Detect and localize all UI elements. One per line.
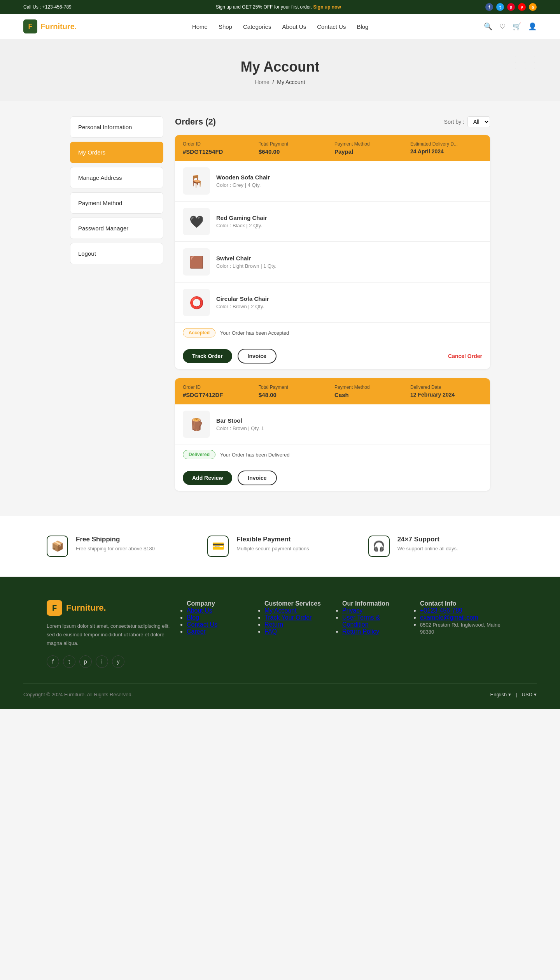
- footer-contact-link[interactable]: Contact Us: [187, 621, 217, 628]
- footer-about-link[interactable]: About Us: [187, 607, 212, 614]
- currency-select[interactable]: USD ▾: [522, 692, 537, 697]
- page-hero: · · · · ·· · · · ·· · · · ·· · · · ·· · …: [0, 39, 560, 101]
- shipping-icon: 📦: [47, 536, 68, 557]
- item-info-swivel-chair: Swivel Chair Color : Light Brown | 1 Qty…: [216, 255, 482, 269]
- order-status-row-2: Delivered Your Order has been Delivered: [175, 444, 490, 465]
- footer-desc: Lorem ipsum dolor sit amet, consectetur …: [47, 622, 171, 648]
- footer-blog-link[interactable]: Blog: [187, 614, 199, 621]
- sort-select[interactable]: All: [467, 116, 490, 127]
- user-icon[interactable]: 👤: [528, 22, 537, 31]
- nav-blog[interactable]: Blog: [357, 23, 368, 30]
- page-title: My Account: [23, 59, 537, 75]
- status-badge-accepted: Accepted: [183, 328, 215, 337]
- footer-company-col: Company About Us Blog Contact Us Career: [187, 600, 249, 668]
- header-icons: 🔍 ♡ 🛒 👤: [484, 22, 537, 31]
- facebook-icon-top[interactable]: f: [485, 3, 493, 11]
- invoice-button-1[interactable]: Invoice: [238, 349, 276, 364]
- sidebar: Personal Information My Orders Manage Ad…: [70, 116, 163, 500]
- cart-icon[interactable]: 🛒: [513, 22, 521, 31]
- support-icon: 🎧: [368, 536, 390, 557]
- sidebar-item-manage-address[interactable]: Manage Address: [70, 167, 163, 188]
- footer-track-order-link[interactable]: Track Your Order: [264, 614, 312, 621]
- feature-payment-info: Flexible Payment Multiple secure payment…: [236, 536, 309, 551]
- item-info-circular-sofa: Circular Sofa Chair Color : Brown | 2 Qt…: [216, 295, 482, 309]
- order-actions-1: Track Order Invoice Cancel Order: [175, 343, 490, 369]
- order-item-gaming-chair: 🖤 Red Gaming Chair Color : Black | 2 Qty…: [175, 202, 490, 242]
- footer-phone[interactable]: +0123-456-789: [420, 607, 462, 614]
- cancel-order-button[interactable]: Cancel Order: [448, 353, 482, 359]
- nav-home[interactable]: Home: [192, 23, 208, 30]
- footer-facebook-icon[interactable]: f: [47, 655, 59, 668]
- signup-link[interactable]: Sign up now: [313, 4, 341, 10]
- item-info-bar-stool: Bar Stool Color : Brown | Qty. 1: [216, 417, 482, 431]
- breadcrumb-home[interactable]: Home: [255, 79, 269, 85]
- orders-section: Orders (2) Sort by : All Order ID #SDGT1…: [175, 116, 490, 500]
- order-item-circular-sofa: ⭕ Circular Sofa Chair Color : Brown | 2 …: [175, 283, 490, 323]
- footer-youtube-icon[interactable]: y: [112, 655, 124, 668]
- footer-social-icons: f t p i y: [47, 655, 171, 668]
- item-image-gaming-chair: 🖤: [183, 208, 210, 235]
- footer-instagram-icon[interactable]: i: [96, 655, 108, 668]
- order-id-col-2: Order ID #SDGT7412DF: [183, 385, 255, 398]
- nav-about[interactable]: About Us: [282, 23, 306, 30]
- sidebar-item-personal-information[interactable]: Personal Information: [70, 116, 163, 138]
- search-icon[interactable]: 🔍: [484, 22, 492, 31]
- nav-shop[interactable]: Shop: [219, 23, 232, 30]
- footer-services-col: Customer Services My Account Track Your …: [264, 600, 327, 668]
- logo[interactable]: F Furniture.: [23, 19, 77, 33]
- language-select[interactable]: English ▾: [490, 692, 511, 697]
- sort-by: Sort by : All: [444, 116, 490, 127]
- footer-info-col: Our Information Privacy User Terms & Con…: [342, 600, 404, 668]
- youtube-icon-top[interactable]: y: [518, 3, 526, 11]
- phone-number: Call Us : +123-456-789: [23, 4, 72, 10]
- features-section: 📦 Free Shipping Free shipping for order …: [0, 516, 560, 577]
- nav-categories[interactable]: Categories: [243, 23, 271, 30]
- nav-contact[interactable]: Contact Us: [317, 23, 346, 30]
- footer-pinterest-icon[interactable]: p: [79, 655, 92, 668]
- footer-privacy-link[interactable]: Privacy: [342, 607, 362, 614]
- amazon-icon-top[interactable]: a: [529, 3, 537, 11]
- footer-myaccount-link[interactable]: My Account: [264, 607, 297, 614]
- header: F Furniture. Home Shop Categories About …: [0, 14, 560, 39]
- footer-email[interactable]: example@gmail.com: [420, 614, 478, 621]
- main-content: Personal Information My Orders Manage Ad…: [47, 116, 513, 500]
- footer-twitter-icon[interactable]: t: [63, 655, 75, 668]
- feature-free-shipping: 📦 Free Shipping Free shipping for order …: [47, 536, 192, 557]
- top-bar: Call Us : +123-456-789 Sign up and GET 2…: [0, 0, 560, 14]
- sidebar-item-logout[interactable]: Logout: [70, 243, 163, 264]
- add-review-button[interactable]: Add Review: [183, 471, 232, 485]
- logo-icon: F: [23, 19, 37, 33]
- track-order-button[interactable]: Track Order: [183, 349, 232, 363]
- item-image-swivel-chair: 🟫: [183, 248, 210, 276]
- item-image-circular-sofa: ⭕: [183, 289, 210, 316]
- order-total-col: Total Payment $640.00: [259, 141, 331, 155]
- footer-faq-link[interactable]: FAQ: [264, 628, 277, 635]
- order-header-1: Order ID #SDGT1254FD Total Payment $640.…: [175, 135, 490, 161]
- footer-return-policy-link[interactable]: Return Policy: [342, 628, 379, 635]
- main-nav: Home Shop Categories About Us Contact Us…: [192, 23, 369, 30]
- order-total-col-2: Total Payment $48.00: [259, 385, 331, 398]
- order-payment-col-2: Payment Method Cash: [334, 385, 406, 398]
- hero-dots: · · · · ·· · · · ·· · · · ·· · · · ·· · …: [515, 47, 537, 78]
- invoice-button-2[interactable]: Invoice: [238, 471, 276, 485]
- footer-return-link[interactable]: Return: [264, 621, 283, 628]
- order-delivery-col: Estimated Delivery D... 24 April 2024: [410, 141, 482, 155]
- order-item-swivel-chair: 🟫 Swivel Chair Color : Light Brown | 1 Q…: [175, 242, 490, 282]
- status-text-1: Your Order has been Accepted: [220, 330, 289, 336]
- status-badge-delivered: Delivered: [183, 450, 215, 459]
- order-header-2: Order ID #SDGT7412DF Total Payment $48.0…: [175, 378, 490, 404]
- sidebar-item-payment-method[interactable]: Payment Method: [70, 192, 163, 214]
- pinterest-icon-top[interactable]: p: [507, 3, 515, 11]
- footer-terms-link[interactable]: User Terms & Condition: [342, 614, 380, 628]
- footer-career-link[interactable]: Career: [187, 628, 206, 635]
- sidebar-item-my-orders[interactable]: My Orders: [70, 142, 163, 163]
- twitter-icon-top[interactable]: t: [496, 3, 504, 11]
- breadcrumb-current: My Account: [277, 79, 305, 85]
- social-icons-top: f t p y a: [485, 3, 537, 11]
- promo-text: Sign up and GET 25% OFF for your first o…: [216, 4, 341, 10]
- wishlist-icon[interactable]: ♡: [499, 22, 506, 31]
- footer-contact-col: Contact Info +0123-456-789 example@gmail…: [420, 600, 513, 668]
- footer-bottom: Copyright © 2024 Furniture. All Rights R…: [23, 683, 537, 697]
- footer-brand-col: F Furniture. Lorem ipsum dolor sit amet,…: [47, 600, 171, 668]
- sidebar-item-password-manager[interactable]: Password Manager: [70, 218, 163, 239]
